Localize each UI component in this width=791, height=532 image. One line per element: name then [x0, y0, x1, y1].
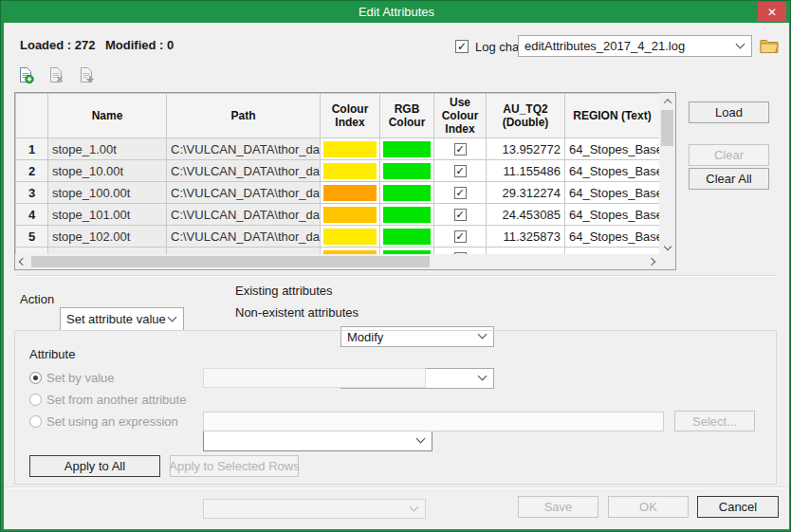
use-colour-index-cell[interactable]: ✓ — [434, 226, 487, 248]
scroll-right-button[interactable] — [644, 254, 659, 269]
set-by-value-radio[interactable] — [29, 372, 42, 384]
name-cell[interactable]: stope_102.00t — [48, 226, 167, 248]
path-cell[interactable]: C:\VULCAN_DATA\thor_data\ — [167, 182, 321, 204]
path-cell[interactable]: C:\VULCAN_DATA\thor_data\ — [167, 226, 321, 248]
rgb-colour-cell[interactable] — [380, 204, 434, 226]
colour-index-cell[interactable] — [321, 160, 380, 182]
region-cell[interactable]: 64_Stopes_Base.tri — [565, 248, 660, 255]
header-region[interactable]: REGION (Text) — [565, 94, 660, 138]
load-button[interactable]: Load — [689, 101, 769, 123]
row-number-cell[interactable]: 5 — [16, 226, 48, 248]
set-by-value-input[interactable] — [203, 368, 426, 388]
name-cell[interactable]: stope_101.00t — [48, 204, 167, 226]
colour-index-cell[interactable] — [321, 204, 380, 226]
header-use-colour-index[interactable]: Use Colour Index — [434, 94, 487, 138]
table-body: 1stope_1.00tC:\VULCAN_DATA\thor_data\✓13… — [16, 138, 660, 255]
apply-to-selected-rows-button[interactable]: Apply to Selected Rows — [170, 455, 299, 477]
row-number-cell[interactable]: 2 — [16, 160, 48, 182]
vertical-scroll-thumb[interactable] — [661, 110, 673, 146]
set-from-attribute-radio[interactable] — [29, 394, 42, 406]
colour-index-cell[interactable] — [321, 248, 380, 255]
clear-all-button[interactable]: Clear All — [689, 168, 769, 190]
rgb-colour-cell[interactable] — [380, 226, 434, 248]
attribute-combobox[interactable] — [203, 430, 432, 451]
set-from-attribute-combobox[interactable] — [203, 499, 426, 519]
action-combobox[interactable]: Set attribute value — [60, 307, 184, 331]
region-cell[interactable]: 64_Stopes_Base.tri — [565, 160, 660, 182]
add-row-button[interactable] — [15, 65, 36, 84]
ok-button[interactable]: OK — [608, 496, 689, 518]
cancel-button[interactable]: Cancel — [697, 496, 779, 518]
use-colour-index-cell[interactable]: ✓ — [434, 248, 487, 255]
set-from-attribute-label[interactable]: Set from another attribute — [46, 393, 186, 407]
colour-index-cell[interactable] — [321, 182, 380, 204]
name-cell[interactable]: stope_1.00t — [48, 138, 167, 160]
name-cell[interactable]: stope_100.00t — [48, 182, 167, 204]
colour-index-cell[interactable] — [321, 138, 380, 160]
row-number-cell[interactable]: 6 — [16, 248, 48, 255]
row-number-cell[interactable]: 4 — [16, 204, 48, 226]
scroll-down-button[interactable] — [659, 238, 675, 254]
header-rgb-colour[interactable]: RGB Colour — [380, 94, 434, 138]
colour-index-swatch — [323, 207, 377, 223]
log-changes-checkbox[interactable]: ✓ — [455, 40, 469, 53]
use-colour-index-cell[interactable]: ✓ — [434, 204, 487, 226]
set-expression-label[interactable]: Set using an expression — [46, 414, 178, 429]
rgb-colour-cell[interactable] — [380, 182, 434, 204]
name-cell[interactable]: stope_103.00t — [48, 248, 167, 255]
rgb-colour-cell[interactable] — [380, 138, 434, 160]
vertical-scrollbar[interactable] — [659, 93, 675, 254]
au-tq2-cell[interactable]: 24.453085 — [487, 204, 565, 226]
region-cell[interactable]: 64_Stopes_Base.tri — [565, 138, 660, 160]
use-colour-index-cell[interactable]: ✓ — [434, 182, 487, 204]
titlebar[interactable]: Edit Attributes ✕ — [1, 1, 791, 23]
row-number-cell[interactable]: 1 — [16, 138, 48, 160]
chevron-down-icon — [416, 433, 426, 443]
horizontal-scrollbar[interactable] — [15, 254, 659, 269]
log-file-combobox[interactable]: editAttributes_2017_4_21.log — [518, 35, 752, 57]
use-colour-index-checkbox[interactable]: ✓ — [454, 209, 467, 221]
horizontal-scroll-thumb[interactable] — [31, 256, 430, 267]
scroll-up-button[interactable] — [659, 93, 675, 109]
path-cell[interactable]: C:\VULCAN_DATA\thor_data\ — [167, 204, 321, 226]
name-cell[interactable]: stope_10.00t — [48, 160, 167, 182]
clear-button[interactable]: Clear — [689, 144, 769, 166]
set-by-value-label[interactable]: Set by value — [46, 371, 115, 385]
header-path[interactable]: Path — [167, 94, 321, 138]
region-cell[interactable]: 64_Stopes_Base.tri — [565, 204, 660, 226]
use-colour-index-checkbox[interactable]: ✓ — [454, 165, 467, 177]
rgb-colour-cell[interactable] — [380, 248, 434, 255]
path-cell[interactable]: C:\VULCAN_DATA\thor_data\ — [167, 160, 321, 182]
browse-log-folder-button[interactable] — [759, 36, 780, 55]
use-colour-index-cell[interactable]: ✓ — [434, 138, 487, 160]
path-cell[interactable]: C:\VULCAN_DATA\thor_data\ — [167, 248, 321, 255]
select-button[interactable]: Select... — [674, 411, 755, 431]
use-colour-index-cell[interactable]: ✓ — [434, 160, 487, 182]
apply-to-all-button[interactable]: Apply to All — [29, 455, 160, 477]
use-colour-index-checkbox[interactable]: ✓ — [454, 230, 467, 243]
set-expression-input[interactable] — [203, 412, 664, 431]
au-tq2-cell[interactable]: 11.155486 — [487, 160, 565, 182]
region-cell[interactable]: 64_Stopes_Base.tri — [565, 226, 660, 248]
header-colour-index[interactable]: Colour Index — [321, 94, 380, 138]
close-button[interactable]: ✕ — [758, 2, 786, 22]
au-tq2-cell[interactable]: 11.325873 — [487, 226, 565, 248]
row-number-cell[interactable]: 3 — [16, 182, 48, 204]
colour-index-cell[interactable] — [321, 226, 380, 248]
header-name[interactable]: Name — [48, 94, 167, 138]
use-colour-index-checkbox[interactable]: ✓ — [454, 143, 467, 156]
path-cell[interactable]: C:\VULCAN_DATA\thor_data\ — [167, 138, 321, 160]
header-au-tq2[interactable]: AU_TQ2 (Double) — [487, 94, 565, 138]
rgb-colour-cell[interactable] — [380, 160, 434, 182]
region-cell[interactable]: 64_Stopes_Base.tri — [565, 182, 660, 204]
insert-row-button[interactable] — [76, 65, 97, 84]
use-colour-index-checkbox[interactable]: ✓ — [454, 187, 467, 199]
au-tq2-cell[interactable]: 10.144969 — [487, 248, 565, 255]
header-row-number[interactable] — [16, 94, 48, 138]
set-expression-radio[interactable] — [29, 415, 42, 428]
au-tq2-cell[interactable]: 13.952772 — [487, 138, 565, 160]
au-tq2-cell[interactable]: 29.312274 — [487, 182, 565, 204]
delete-row-button[interactable] — [46, 65, 66, 84]
save-button[interactable]: Save — [518, 496, 598, 518]
scroll-left-button[interactable] — [15, 254, 30, 269]
